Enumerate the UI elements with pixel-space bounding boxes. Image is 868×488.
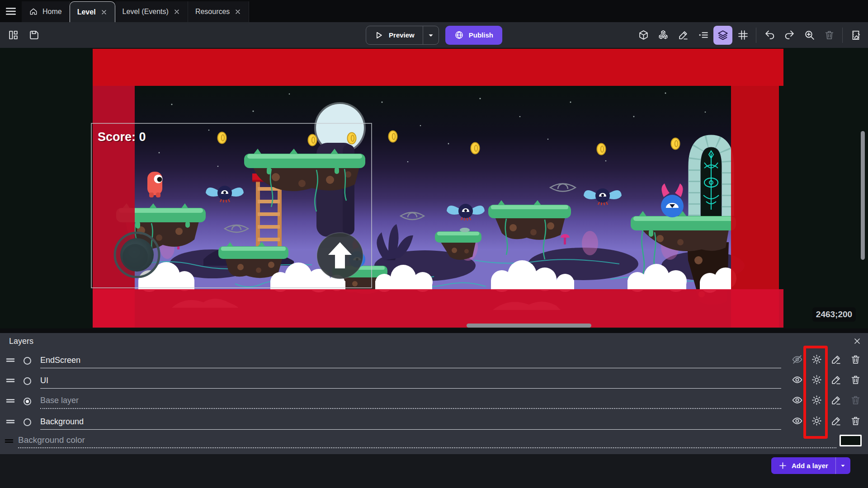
- eye-icon: [792, 394, 803, 406]
- layer-visibility-toggle[interactable]: [788, 351, 807, 367]
- toggle-panels-button[interactable]: [4, 26, 23, 45]
- layer-row: EndScreen: [4, 350, 865, 368]
- scene-editor-canvas[interactable]: Score: 0 Score: 0 2463;200: [0, 48, 868, 328]
- tab-resources[interactable]: Resources: [188, 1, 249, 22]
- publish-button[interactable]: Publish: [445, 26, 502, 45]
- zoom-button[interactable]: [800, 26, 819, 45]
- drag-handle-icon[interactable]: [4, 355, 17, 366]
- chevron-down-icon: [839, 462, 847, 469]
- tab-level[interactable]: Level: [70, 1, 115, 22]
- layer-delete-button[interactable]: [846, 371, 865, 388]
- layer-name-field[interactable]: Background: [40, 417, 781, 430]
- panel-layout-icon: [8, 29, 19, 41]
- joystick-control[interactable]: [115, 233, 159, 277]
- layer-delete-button[interactable]: [846, 392, 865, 408]
- home-icon: [29, 7, 38, 16]
- play-icon: [374, 31, 383, 40]
- drag-handle-icon[interactable]: [4, 375, 17, 386]
- border-band-top: [93, 49, 783, 86]
- background-color-swatch[interactable]: [840, 435, 862, 446]
- tab-label: Resources: [195, 8, 230, 16]
- tab-level-events[interactable]: Level (Events): [115, 1, 188, 22]
- chevron-down-icon: [427, 31, 435, 39]
- redo-button[interactable]: [780, 26, 799, 45]
- open-objects-list-button[interactable]: [634, 26, 653, 45]
- layer-select-radio[interactable]: [24, 377, 31, 385]
- tab-close-button[interactable]: [234, 8, 241, 15]
- close-icon: [234, 8, 241, 15]
- undo-icon: [764, 29, 775, 41]
- layer-edit-button[interactable]: [826, 351, 846, 367]
- zoom-in-icon: [804, 29, 815, 41]
- drag-handle-icon[interactable]: [4, 416, 17, 427]
- trash-icon: [850, 374, 861, 385]
- layer-name-field[interactable]: UI: [40, 376, 781, 389]
- trash-icon: [824, 29, 835, 41]
- layer-edit-button[interactable]: [826, 371, 846, 388]
- layer-name-field[interactable]: Base layer: [40, 396, 781, 409]
- trash-icon: [850, 354, 861, 365]
- drag-handle-icon[interactable]: [4, 395, 17, 406]
- layer-visibility-toggle[interactable]: [788, 371, 807, 388]
- tab-label: Level: [77, 8, 96, 16]
- layer-lighting-button[interactable]: [807, 392, 826, 408]
- tab-label: Home: [42, 8, 62, 16]
- sun-icon: [811, 374, 822, 385]
- save-icon: [28, 29, 40, 41]
- layer-select-radio[interactable]: [24, 398, 31, 405]
- horizontal-scrollbar[interactable]: [467, 324, 591, 328]
- layer-lighting-button[interactable]: [807, 351, 826, 367]
- layer-visibility-toggle[interactable]: [788, 392, 807, 408]
- layer-row: Background: [4, 412, 865, 430]
- layer-edit-button[interactable]: [826, 413, 846, 429]
- bottom-bar: Add a layer: [0, 454, 868, 488]
- tab-home[interactable]: Home: [22, 1, 70, 22]
- portal[interactable]: [694, 141, 728, 216]
- edit-scene-properties-button[interactable]: [846, 26, 865, 45]
- tab-close-button[interactable]: [100, 9, 108, 16]
- preview-button[interactable]: Preview: [366, 26, 423, 44]
- divider: [842, 28, 843, 43]
- score-label[interactable]: Score: 0: [98, 130, 146, 144]
- game-scene: Score: 0 Score: 0: [0, 48, 868, 328]
- eye-off-icon: [792, 354, 803, 365]
- save-button[interactable]: [24, 26, 43, 45]
- tab-close-button[interactable]: [173, 8, 180, 15]
- undo-button[interactable]: [760, 26, 779, 45]
- layer-delete-button[interactable]: [846, 413, 865, 429]
- close-icon: [853, 337, 862, 346]
- main-menu-button[interactable]: [0, 0, 22, 22]
- tab-label: Level (Events): [123, 8, 169, 16]
- add-layer-button[interactable]: Add a layer: [771, 457, 835, 474]
- preview-split-button: Preview: [366, 26, 439, 45]
- background-color-row: Background color: [4, 432, 836, 448]
- layer-name-field[interactable]: EndScreen: [40, 356, 781, 368]
- edit-properties-button[interactable]: [674, 26, 693, 45]
- layers-panel: Layers EndScreen UI: [0, 333, 868, 454]
- sun-icon: [811, 354, 822, 365]
- redo-icon: [784, 29, 795, 41]
- open-instances-list-button[interactable]: [693, 26, 712, 45]
- tab-bar: Home Level Level (Events) Resources: [0, 0, 868, 22]
- vertical-scrollbar[interactable]: [861, 131, 865, 260]
- open-objects-groups-button[interactable]: [654, 26, 673, 45]
- layer-select-radio[interactable]: [24, 357, 31, 365]
- delete-selection-button[interactable]: [820, 26, 839, 45]
- toggle-grid-button[interactable]: [733, 26, 752, 45]
- pencil-icon: [830, 374, 842, 385]
- layer-visibility-toggle[interactable]: [788, 413, 807, 429]
- layer-edit-button[interactable]: [826, 392, 846, 408]
- preview-options-button[interactable]: [423, 26, 439, 44]
- open-layers-panel-button[interactable]: [713, 26, 732, 45]
- layer-lighting-button[interactable]: [807, 371, 826, 388]
- instances-list-icon: [698, 29, 709, 41]
- jump-button[interactable]: [317, 233, 363, 279]
- player-character[interactable]: [147, 172, 163, 197]
- add-layer-options-button[interactable]: [836, 457, 850, 474]
- layer-lighting-button[interactable]: [807, 413, 826, 429]
- scene-toolbar: Preview Publish: [0, 22, 868, 48]
- grid-icon: [737, 29, 749, 41]
- layer-delete-button[interactable]: [846, 351, 865, 367]
- layers-panel-close-button[interactable]: [853, 337, 862, 346]
- layer-select-radio[interactable]: [24, 418, 31, 426]
